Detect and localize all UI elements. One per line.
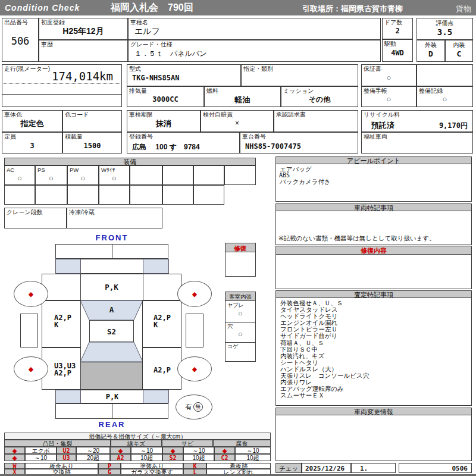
grade-label: グレード・仕様: [130, 41, 173, 48]
doors-cell: ドア数 2: [382, 18, 413, 39]
fuel-value: 軽油: [205, 95, 280, 105]
legend-symbol: ◆: [214, 447, 235, 454]
vehicle-changes-header: 車両変更情報: [275, 408, 472, 415]
shaded-corner-right: [143, 390, 169, 403]
legend-value: 板金あり: [25, 463, 98, 469]
model-code-cell: 型式 TKG-NHS85AN: [127, 64, 241, 86]
left-side-guard: [20, 314, 38, 347]
cab-right-damage-code: A2,P K: [154, 314, 171, 328]
crane-label: クレーン段数: [7, 209, 43, 215]
inspection-cell: 車検期限 抹消: [127, 110, 201, 132]
equipment-label: AC: [7, 167, 14, 173]
title-bar: Condition Check 福岡入札会 790回 引取場所：福岡県古賀市青柳…: [0, 0, 476, 15]
vehicle-notes-box: 車両特記事項 ※記載のない書類・機器等は無しとして取り扱います。: [275, 203, 472, 245]
exist-label: 有: [185, 403, 192, 412]
transmission-cell: ミッション その他: [281, 86, 358, 107]
check-date-cell: 2025/12/26: [302, 463, 351, 473]
insurance-cell: 検付自賠責 ×: [201, 110, 274, 132]
equipment-cell-ac: AC ○: [4, 165, 35, 185]
panel-divider: [112, 245, 112, 258]
rear-window-shape: [80, 342, 143, 362]
damage-diamond-icon: ◆: [192, 366, 197, 372]
approval-label: 承認請求書: [276, 111, 306, 118]
recycle-fee-label: リサイクル料: [364, 111, 400, 118]
legend-symbol: A2: [110, 454, 131, 461]
chassis-number-label: 車台番号: [242, 133, 266, 140]
legend-symbol: K: [183, 463, 206, 469]
appeal-line: エアバッグ: [280, 166, 312, 173]
shaded-corner-right: [143, 259, 169, 274]
legend-symbol: ◆: [110, 447, 131, 454]
check-date-value: 2025/12/26: [305, 465, 345, 472]
exterior-grade-value: D: [417, 49, 444, 58]
recycle-status-value: 預託済: [371, 120, 394, 131]
dotted-divider: [4, 83, 120, 84]
right-side-guard: [186, 314, 203, 347]
load-capacity-cell: 積載量 1500: [62, 132, 122, 154]
interior-grade-value: C: [446, 49, 472, 58]
legend-symbol: S2: [162, 454, 183, 461]
legend-group: 腐食: [213, 440, 271, 447]
legend-value: 20超: [76, 454, 110, 461]
appeal-points-box: アピールポイント エアバッグ ABS バックカメラ付き: [275, 156, 472, 202]
warranty-mark: ○: [362, 73, 416, 82]
body-right-damage-code: A2,P: [154, 366, 171, 374]
registration-number-value: 広島 100 す 9784: [132, 142, 200, 152]
shaded-corner-left: [55, 390, 81, 403]
legend-value: 10超: [131, 454, 162, 461]
first-registration-value: H25年12月: [39, 26, 127, 37]
rear-left-wheel: ◆: [14, 356, 48, 381]
none-label-circled: 無: [193, 402, 203, 412]
legend-value: ～10: [131, 447, 162, 454]
legend-title: 損傷記号＆損傷サイズ（～最大cm）: [4, 433, 271, 440]
legend-group: サビ: [162, 440, 213, 447]
score-value: 3.5: [417, 27, 472, 37]
legend-symbol: W: [4, 463, 25, 469]
front-left-wheel: ◆: [14, 281, 48, 307]
legend-group: 線キズ: [111, 440, 162, 447]
legend-value: ～10: [235, 447, 271, 454]
service-record-label: 整備記録: [419, 87, 443, 94]
equipment-mark: ○: [68, 174, 98, 183]
cargo-bed-panel: [80, 362, 143, 390]
color-code-cell: 色コード: [62, 110, 122, 132]
check-lot-cell: 0506: [399, 463, 472, 473]
legend-value: ～10: [183, 447, 214, 454]
transmission-value: その他: [281, 95, 358, 105]
fuel-label: 燃料: [206, 87, 218, 94]
vehicle-notes-header: 車両特記事項: [275, 203, 472, 211]
registration-number-cell: 登録番号 広島 100 す 9784: [127, 132, 240, 154]
damage-diamond-icon: ◆: [192, 291, 197, 298]
panel-divider: [143, 274, 143, 300]
vehicle-diagram: FRONT P,K A2,P K A2,P K A S2: [0, 231, 274, 436]
displacement-label: 排気量: [129, 87, 147, 94]
capacity-label: 定員: [4, 133, 16, 140]
panel-divider: [112, 404, 112, 418]
damage-legend: 損傷記号＆損傷サイズ（～最大cm） 凸凹・亀裂 線キズ サビ 腐食 ◆ エクボ …: [4, 433, 271, 475]
score-cell: 評価点 3.5: [416, 18, 473, 40]
shaded-corner-left: [55, 259, 81, 274]
blank-cell: [416, 64, 473, 86]
registration-number-label: 登録番号: [129, 133, 153, 140]
auction-title: 福岡入札会 790回: [111, 2, 193, 14]
assessment-line: スムーサーＥＸ: [280, 392, 369, 399]
legend-symbol: U3: [57, 454, 76, 461]
solid-divider: [2, 94, 121, 95]
displacement-cell: 排気量 3000CC: [127, 86, 204, 107]
equipment-cell-wtire: Wﾀｲﾔ ○: [99, 165, 130, 185]
assessment-notes-list: 外装色褪せＡ、Ｕ、Ｓ タイヤスタッドレス ヘッドライトクモリ エンジンオイル漏れ…: [280, 300, 369, 399]
body-color-value: 指定色: [2, 118, 62, 129]
drive-value: 4WD: [383, 49, 412, 57]
equipment-cell-empty: [193, 165, 224, 185]
warranty-cell: 保証書 ○: [361, 64, 416, 86]
interior-grade-cell: 内装 C: [445, 40, 473, 62]
body-color-label: 車体色: [4, 111, 22, 118]
brand-logo: Condition Check: [5, 3, 80, 12]
welfare-cell: 福祉車両: [361, 132, 473, 154]
doors-value: 2: [383, 27, 412, 35]
legend-symbol: ◆: [4, 454, 25, 461]
grade-cell: グレード・仕様 １．５ｔ パネルバン: [128, 40, 381, 62]
first-registration-cell: 初度登録 H25年12月: [39, 18, 128, 40]
cab-mid-damage-code: S2: [90, 327, 133, 336]
windshield-damage-code: A: [80, 305, 143, 314]
